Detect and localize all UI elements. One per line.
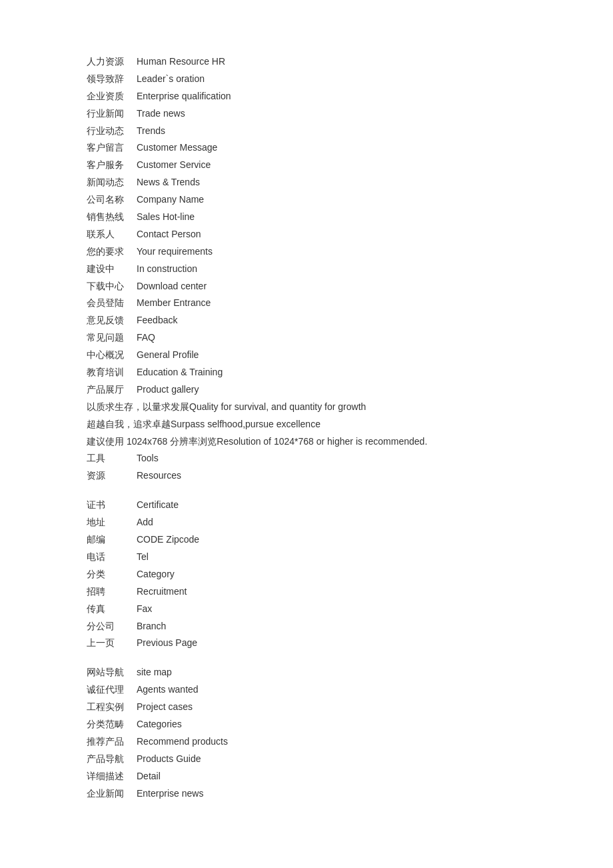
list-item: 企业资质Enterprise qualification	[87, 88, 613, 105]
english-label: Product gallery	[137, 381, 199, 399]
chinese-label: 诚征代理	[87, 681, 137, 699]
list-item: 中心概况General Profile	[87, 347, 613, 364]
chinese-label: 联系人	[87, 226, 137, 243]
list-item: 分类范畴Categories	[87, 716, 613, 733]
list-item: 证书 Certificate	[87, 497, 613, 514]
list-item: 工程实例Project cases	[87, 699, 613, 716]
chinese-label: 以质求生存，以量求发展	[87, 399, 189, 416]
list-item: 企业新闻Enterprise news	[87, 785, 613, 803]
english-label: Branch	[137, 618, 166, 635]
chinese-label: 领导致辞	[87, 71, 137, 88]
chinese-label: 客户留言	[87, 139, 137, 157]
english-label: Quality for survival, and quantity for g…	[189, 399, 366, 416]
list-item: 教育培训Education & Training	[87, 364, 613, 381]
list-item: 产品展厅Product gallery	[87, 381, 613, 399]
chinese-label: 企业新闻	[87, 785, 137, 803]
chinese-label: 上一页	[87, 635, 137, 652]
english-label: Surpass selfhood,pursue excellence	[171, 416, 320, 433]
english-label: Feedback	[137, 312, 177, 329]
english-label: Products Guide	[137, 751, 201, 768]
chinese-label: 企业资质	[87, 88, 137, 105]
english-label: Agents wanted	[137, 681, 199, 699]
english-label: Project cases	[137, 699, 193, 716]
list-item: 详细描述Detail	[87, 768, 613, 785]
list-item: 下载中心Download center	[87, 278, 613, 295]
list-item: 人力资源Human Resource HR	[87, 53, 613, 71]
chinese-label: 建设中	[87, 261, 137, 278]
chinese-label: 建议使用 1024x768 分辨率浏览	[87, 433, 217, 451]
english-label: Sales Hot-line	[137, 209, 195, 226]
list-item: 领导致辞Leader`s oration	[87, 71, 613, 88]
list-item: 行业动态Trends	[87, 123, 613, 140]
group1: 人力资源Human Resource HR领导致辞Leader`s oratio…	[87, 53, 613, 485]
chinese-label: 教育培训	[87, 364, 137, 381]
chinese-label: 公司名称	[87, 191, 137, 209]
english-label: Contact Person	[137, 226, 201, 243]
english-label: Detail	[137, 768, 161, 785]
chinese-label: 下载中心	[87, 278, 137, 295]
english-label: Your requirements	[137, 243, 213, 261]
list-item: 联系人 Contact Person	[87, 226, 613, 243]
chinese-label: 意见反馈	[87, 312, 137, 329]
chinese-label: 行业新闻	[87, 105, 137, 123]
chinese-label: 电话	[87, 549, 137, 566]
english-label: Previous Page	[137, 635, 197, 652]
chinese-label: 产品导航	[87, 751, 137, 768]
chinese-label: 地址	[87, 514, 137, 531]
chinese-label: 邮编	[87, 531, 137, 549]
english-label: Human Resource HR	[137, 53, 225, 71]
chinese-label: 超越自我，追求卓越	[87, 416, 171, 433]
english-label: CODE Zipcode	[137, 531, 199, 549]
list-item: 销售热线Sales Hot-line	[87, 209, 613, 226]
english-label: Tel	[137, 549, 149, 566]
list-item: 产品导航Products Guide	[87, 751, 613, 768]
english-label: News & Trends	[137, 174, 200, 191]
english-label: site map	[137, 664, 172, 681]
list-item: 诚征代理Agents wanted	[87, 681, 613, 699]
chinese-label: 工程实例	[87, 699, 137, 716]
list-item: 您的要求Your requirements	[87, 243, 613, 261]
english-label: Customer Service	[137, 157, 211, 174]
list-item: 新闻动态News & Trends	[87, 174, 613, 191]
list-item: 客户服务Customer Service	[87, 157, 613, 174]
english-label: Customer Message	[137, 139, 217, 157]
english-label: Recommend products	[137, 733, 228, 751]
english-label: Categories	[137, 716, 182, 733]
list-item: 分类 Category	[87, 566, 613, 583]
spacer2	[87, 652, 613, 664]
chinese-label: 资源	[87, 467, 137, 485]
chinese-label: 中心概况	[87, 347, 137, 364]
chinese-label: 会员登陆	[87, 295, 137, 312]
chinese-label: 人力资源	[87, 53, 137, 71]
list-item: 分公司 Branch	[87, 618, 613, 635]
list-item: 推荐产品Recommend products	[87, 733, 613, 751]
english-label: In construction	[137, 261, 197, 278]
chinese-label: 证书	[87, 497, 137, 514]
english-label: Resolution of 1024*768 or higher is reco…	[217, 433, 427, 451]
list-item: 电话 Tel	[87, 549, 613, 566]
chinese-label: 产品展厅	[87, 381, 137, 399]
english-label: Fax	[137, 601, 152, 618]
chinese-label: 行业动态	[87, 123, 137, 140]
list-item: 以质求生存，以量求发展Quality for survival, and qua…	[87, 399, 613, 416]
english-label: Certificate	[137, 497, 179, 514]
chinese-label: 新闻动态	[87, 174, 137, 191]
english-label: Education & Training	[137, 364, 223, 381]
list-item: 公司名称Company Name	[87, 191, 613, 209]
chinese-label: 网站导航	[87, 664, 137, 681]
list-item: 超越自我，追求卓越Surpass selfhood,pursue excelle…	[87, 416, 613, 433]
english-label: Trends	[137, 123, 165, 140]
list-item: 常见问题FAQ	[87, 329, 613, 347]
list-item: 工具 Tools	[87, 450, 613, 467]
english-label: Trade news	[137, 105, 185, 123]
chinese-label: 工具	[87, 450, 137, 467]
chinese-label: 分公司	[87, 618, 137, 635]
english-label: Recruitment	[137, 583, 187, 601]
list-item: 上一页 Previous Page	[87, 635, 613, 652]
group3: 网站导航site map诚征代理Agents wanted工程实例Project…	[87, 664, 613, 802]
list-item: 建设中 In construction	[87, 261, 613, 278]
english-label: Category	[137, 566, 175, 583]
list-item: 会员登陆Member Entrance	[87, 295, 613, 312]
list-item: 行业新闻Trade news	[87, 105, 613, 123]
chinese-label: 客户服务	[87, 157, 137, 174]
